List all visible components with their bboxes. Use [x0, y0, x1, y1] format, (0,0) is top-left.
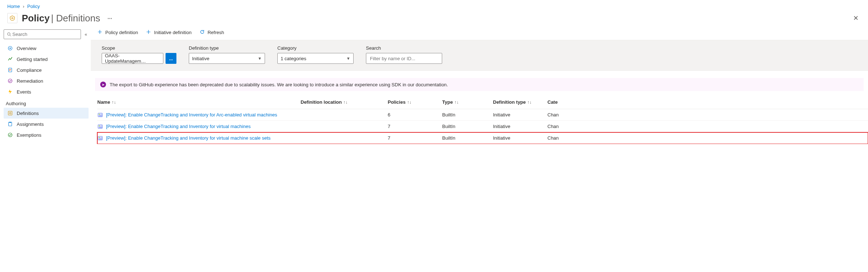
col-policies[interactable]: Policies↑↓: [388, 99, 442, 105]
overview-icon: [7, 45, 13, 51]
plus-icon: [97, 29, 102, 36]
close-icon[interactable]: ✕: [851, 12, 861, 24]
cell-deftype: Initiative: [493, 135, 547, 141]
more-button[interactable]: ⋯: [105, 16, 115, 21]
notice-text: The export to GitHub experience has been…: [110, 82, 448, 87]
sort-icon: ↑↓: [527, 100, 531, 105]
sidebar-item-label: Exemptions: [17, 132, 41, 138]
cmd-label: Policy definition: [105, 30, 138, 35]
initiative-icon: [97, 112, 103, 118]
add-policy-definition-button[interactable]: Policy definition: [97, 29, 138, 36]
cell-policies: 6: [388, 112, 442, 118]
sidebar-item-label: Compliance: [17, 67, 42, 73]
initiative-icon: [97, 124, 103, 129]
deftype-dropdown[interactable]: Initiative ▼: [189, 53, 265, 64]
remediation-icon: [7, 78, 13, 84]
svg-rect-5: [9, 68, 12, 72]
cell-type: BuiltIn: [442, 112, 493, 118]
table-row[interactable]: [Preview]: Enable ChangeTracking and Inv…: [97, 132, 868, 144]
definition-link[interactable]: [Preview]: Enable ChangeTracking and Inv…: [106, 124, 250, 129]
collapse-sidebar-icon[interactable]: «: [83, 30, 89, 38]
svg-point-13: [99, 114, 100, 115]
col-deftype[interactable]: Definition type↑↓: [493, 99, 547, 105]
breadcrumb-policy[interactable]: Policy: [27, 4, 40, 9]
info-icon: ➤: [100, 82, 106, 87]
svg-point-15: [99, 125, 100, 126]
svg-point-0: [12, 17, 13, 19]
plus-icon: [146, 29, 151, 36]
filter-bar: Scope OAAS-UpdateManagem… ... Definition…: [91, 40, 868, 71]
sidebar-item-remediation[interactable]: Remediation: [4, 75, 89, 86]
sidebar-item-label: Overview: [17, 46, 36, 51]
cell-category: Chan: [547, 112, 591, 118]
col-name[interactable]: Name↑↓: [97, 99, 301, 105]
sidebar-item-label: Definitions: [17, 111, 39, 116]
svg-rect-10: [9, 122, 11, 123]
definitions-grid: Name↑↓ Definition location↑↓ Policies↑↓ …: [91, 94, 868, 144]
filter-category-label: Category: [277, 45, 354, 51]
refresh-icon: [200, 29, 205, 36]
sort-icon: ↑↓: [111, 100, 116, 105]
cell-deftype: Initiative: [493, 112, 547, 118]
category-value: 1 categories: [281, 56, 306, 61]
cmd-label: Initiative definition: [154, 30, 191, 35]
sort-icon: ↑↓: [407, 100, 411, 105]
filter-search: Search: [366, 45, 442, 64]
sort-icon: ↑↓: [454, 100, 459, 105]
definition-link[interactable]: [Preview]: Enable ChangeTracking and Inv…: [106, 135, 270, 141]
cell-policies: 7: [388, 124, 442, 129]
cell-category: Chan: [547, 135, 591, 141]
page-title-strong: Policy: [22, 13, 50, 24]
policy-page-icon: [7, 13, 17, 23]
svg-point-11: [8, 133, 12, 137]
sidebar-item-definitions[interactable]: Definitions: [4, 108, 89, 119]
scope-value: OAAS-UpdateManagem…: [105, 53, 160, 64]
sidebar-item-overview[interactable]: Overview: [4, 43, 89, 54]
chevron-down-icon: ▼: [258, 56, 262, 61]
add-initiative-definition-button[interactable]: Initiative definition: [146, 29, 191, 36]
sidebar-search[interactable]: [4, 29, 81, 39]
definitions-icon: [7, 110, 13, 116]
sidebar-item-label: Events: [17, 89, 31, 95]
getting-started-icon: [7, 56, 13, 62]
scope-input[interactable]: OAAS-UpdateManagem…: [102, 53, 163, 64]
category-dropdown[interactable]: 1 categories ▼: [277, 53, 354, 64]
table-row[interactable]: [Preview]: Enable ChangeTracking and Inv…: [97, 109, 868, 121]
col-type[interactable]: Type↑↓: [442, 99, 493, 105]
sidebar-item-assignments[interactable]: Assignments: [4, 119, 89, 129]
sidebar-item-getting-started[interactable]: Getting started: [4, 54, 89, 65]
grid-header-row: Name↑↓ Definition location↑↓ Policies↑↓ …: [97, 98, 868, 109]
cell-type: BuiltIn: [442, 135, 493, 141]
main-pane: Policy definition Initiative definition …: [91, 26, 868, 144]
breadcrumb: Home › Policy: [0, 0, 868, 11]
sidebar-item-events[interactable]: Events: [4, 86, 89, 97]
sidebar-item-compliance[interactable]: Compliance: [4, 65, 89, 75]
svg-point-4: [9, 48, 11, 49]
table-row[interactable]: [Preview]: Enable ChangeTracking and Inv…: [97, 121, 868, 132]
col-location[interactable]: Definition location↑↓: [301, 99, 388, 105]
breadcrumb-home[interactable]: Home: [7, 4, 20, 9]
sidebar-item-label: Getting started: [17, 57, 48, 62]
sidebar-item-exemptions[interactable]: Exemptions: [4, 129, 89, 140]
filter-scope: Scope OAAS-UpdateManagem… ...: [102, 45, 176, 64]
cell-policies: 7: [388, 135, 442, 141]
cmd-label: Refresh: [208, 30, 224, 35]
refresh-button[interactable]: Refresh: [200, 29, 224, 36]
cell-category: Chan: [547, 124, 591, 129]
filter-search-input[interactable]: [369, 55, 439, 62]
deftype-value: Initiative: [192, 56, 209, 61]
svg-line-2: [10, 35, 11, 36]
scope-picker-button[interactable]: ...: [166, 53, 176, 64]
filter-definition-type: Definition type Initiative ▼: [189, 45, 265, 64]
definition-link[interactable]: [Preview]: Enable ChangeTracking and Inv…: [106, 112, 277, 118]
filter-search-label: Search: [366, 45, 442, 51]
filter-deftype-label: Definition type: [189, 45, 265, 51]
sidebar-search-input[interactable]: [12, 31, 78, 37]
sidebar-item-label: Remediation: [17, 78, 43, 84]
col-category[interactable]: Cate: [547, 99, 591, 105]
exemptions-icon: [7, 132, 13, 138]
svg-point-8: [9, 112, 11, 114]
filter-search-box[interactable]: [366, 53, 442, 64]
page-title: Policy | Definitions: [22, 13, 100, 24]
cell-name: [Preview]: Enable ChangeTracking and Inv…: [97, 135, 301, 141]
